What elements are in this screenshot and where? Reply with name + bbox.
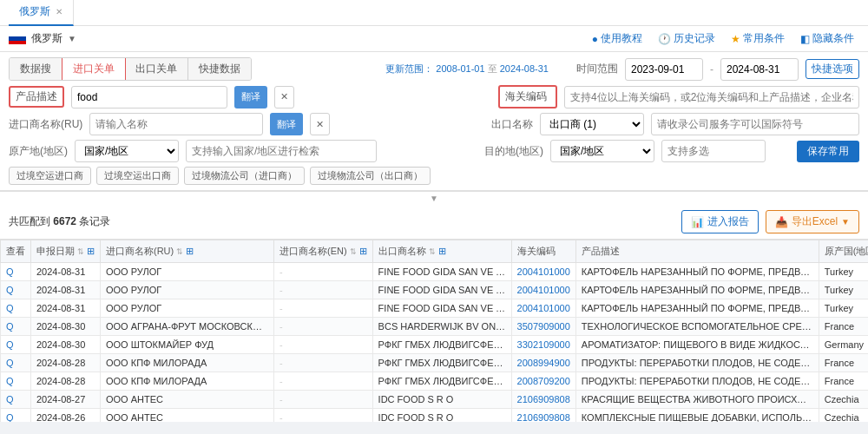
- chip-air-import[interactable]: 过境空运进口商: [9, 167, 91, 185]
- time-to-input[interactable]: [720, 58, 799, 81]
- col-importer-ru[interactable]: 进口商名称(RU)⇅⊞: [101, 240, 274, 263]
- view-btn[interactable]: Q: [6, 394, 14, 404]
- cell-date: 2024-08-30: [31, 336, 101, 354]
- exporter-sort-icon[interactable]: ⇅: [429, 247, 436, 256]
- view-btn[interactable]: Q: [6, 412, 14, 422]
- cell-exporter: РФКГ ГМБХ ЛЮДВИГСФЕЛЬДЕ ГЕРМАН: [372, 354, 511, 372]
- help-icon: ●: [592, 33, 598, 45]
- col-hs-code: 海关编码: [511, 240, 575, 263]
- product-input[interactable]: [71, 86, 227, 108]
- importer-label: 进口商名称(RU): [9, 117, 82, 132]
- view-btn[interactable]: Q: [6, 321, 14, 332]
- col-date[interactable]: 申报日期⇅⊞: [31, 240, 101, 263]
- cell-importer-en: -: [274, 281, 373, 299]
- cell-exporter: FINE FOOD GIDA SAN VE TIC IHR ITH A S: [372, 299, 511, 318]
- cell-product-desc: КРАСЯЩИЕ ВЕЩЕСТВА ЖИВОТНОГО ПРОИСХОЖДЕНИ…: [575, 391, 819, 409]
- cell-exporter: FINE FOOD GIDA SAN VE TIC IHR ITH A S: [372, 281, 511, 299]
- origin-search-input[interactable]: [186, 140, 377, 162]
- export-excel-btn[interactable]: 📥 导出Excel ▼: [766, 210, 859, 233]
- cell-view[interactable]: Q: [1, 299, 31, 318]
- importer-input[interactable]: [89, 113, 263, 135]
- cell-hs-code[interactable]: 2008994900: [511, 354, 575, 372]
- tab-data-search[interactable]: 数据搜: [10, 58, 62, 80]
- quick-select-btn[interactable]: 快捷选项: [806, 59, 859, 79]
- update-range-label: 更新范围： 2008-01-01 至 2024-08-31: [385, 62, 549, 76]
- time-from-input[interactable]: [625, 58, 703, 81]
- cell-hs-code[interactable]: 2004101000: [511, 281, 575, 299]
- save-favorites-btn[interactable]: 保存常用: [797, 141, 859, 162]
- view-btn[interactable]: Q: [6, 376, 14, 386]
- importer-en-filter-icon[interactable]: ⊞: [359, 246, 367, 257]
- translate-btn[interactable]: 翻译: [234, 86, 267, 108]
- exporter-count-select[interactable]: 出口商 (1): [540, 113, 644, 135]
- cell-hs-code[interactable]: 2106909808: [511, 391, 575, 409]
- cell-exporter: IDC FOOD S R O: [372, 409, 511, 423]
- export-dropdown-icon[interactable]: ▼: [841, 217, 850, 227]
- cell-view[interactable]: Q: [1, 372, 31, 391]
- importer-ru-sort-icon[interactable]: ⇅: [176, 247, 183, 256]
- importer-ru-filter-icon[interactable]: ⊞: [186, 246, 194, 257]
- translate-importer-btn[interactable]: 翻译: [270, 113, 303, 135]
- country-dropdown-icon[interactable]: ▼: [68, 34, 76, 43]
- exporter-input[interactable]: [651, 113, 859, 135]
- cell-importer-en: -: [274, 409, 373, 423]
- col-exporter[interactable]: 出口商名称⇅⊞: [372, 240, 511, 263]
- cell-view[interactable]: Q: [1, 263, 31, 281]
- tab-label: 俄罗斯: [19, 4, 50, 19]
- cell-importer-ru: ООО АГРАНА-ФРУТ МОСКОВСКИЙ РЕГ: [101, 318, 274, 336]
- importer-clear-btn[interactable]: ✕: [310, 113, 330, 135]
- help-btn[interactable]: ● 使用教程: [587, 30, 648, 48]
- origin-select[interactable]: 国家/地区: [75, 140, 179, 162]
- view-btn[interactable]: Q: [6, 339, 14, 350]
- view-btn[interactable]: Q: [6, 303, 14, 313]
- importer-en-sort-icon[interactable]: ⇅: [350, 247, 357, 256]
- cell-view[interactable]: Q: [1, 409, 31, 423]
- cell-view[interactable]: Q: [1, 318, 31, 336]
- cell-hs-code[interactable]: 3507909000: [511, 318, 575, 336]
- report-icon: 📊: [691, 216, 704, 228]
- data-type-tabs: 数据搜 进口关单 出口关单 快捷数据: [9, 57, 252, 81]
- cell-view[interactable]: Q: [1, 354, 31, 372]
- country-selector[interactable]: 俄罗斯 ▼: [9, 31, 76, 46]
- cell-importer-en: -: [274, 263, 373, 281]
- col-importer-en[interactable]: 进口商名称(EN)⇅⊞: [274, 240, 373, 263]
- product-clear-btn[interactable]: ✕: [274, 86, 294, 108]
- excel-icon: 📥: [775, 216, 788, 228]
- cell-importer-ru: ООО РУЛОГ: [101, 263, 274, 281]
- date-sort-icon[interactable]: ⇅: [77, 247, 84, 256]
- tab-russia[interactable]: 俄罗斯 ✕: [9, 0, 74, 26]
- data-table-container: 查看 申报日期⇅⊞ 进口商名称(RU)⇅⊞ 进口商名称(EN)⇅⊞ 出口商名称⇅…: [0, 240, 868, 422]
- view-btn[interactable]: Q: [6, 285, 14, 295]
- cell-origin: Turkey: [819, 281, 868, 299]
- close-tab-icon[interactable]: ✕: [56, 7, 62, 16]
- cell-hs-code[interactable]: 3302109000: [511, 336, 575, 354]
- tab-export[interactable]: 出口关单: [125, 58, 188, 80]
- destination-label: 目的地(地区): [484, 144, 543, 159]
- cell-view[interactable]: Q: [1, 281, 31, 299]
- cell-view[interactable]: Q: [1, 336, 31, 354]
- hs-code-input[interactable]: [564, 86, 859, 108]
- chip-logistics-import[interactable]: 过境物流公司（进口商）: [184, 167, 305, 185]
- cell-hs-code[interactable]: 2008709200: [511, 372, 575, 391]
- cell-hs-code[interactable]: 2004101000: [511, 299, 575, 318]
- view-btn[interactable]: Q: [6, 266, 14, 277]
- chip-logistics-export[interactable]: 过境物流公司（出口商）: [310, 167, 431, 185]
- cell-date: 2024-08-28: [31, 354, 101, 372]
- chip-air-export[interactable]: 过境空运出口商: [96, 167, 179, 185]
- hide-btn[interactable]: ◧ 隐藏条件: [795, 30, 859, 48]
- history-btn[interactable]: 🕐 历史记录: [653, 30, 720, 48]
- col-view: 查看: [1, 240, 31, 263]
- cell-hs-code[interactable]: 2004101000: [511, 263, 575, 281]
- expand-filter-btn[interactable]: ▼: [0, 191, 868, 205]
- enter-report-btn[interactable]: 📊 进入报告: [681, 210, 759, 233]
- destination-select[interactable]: 国家/地区: [550, 140, 654, 162]
- date-filter-icon[interactable]: ⊞: [87, 246, 95, 257]
- view-btn[interactable]: Q: [6, 358, 14, 368]
- favorites-btn[interactable]: ★ 常用条件: [726, 30, 790, 48]
- cell-hs-code[interactable]: 2106909808: [511, 409, 575, 423]
- cell-view[interactable]: Q: [1, 391, 31, 409]
- destination-search-input[interactable]: [661, 140, 766, 162]
- tab-quick-data[interactable]: 快捷数据: [188, 58, 251, 80]
- exporter-filter-icon[interactable]: ⊞: [438, 246, 446, 257]
- tab-import[interactable]: 进口关单: [62, 57, 126, 81]
